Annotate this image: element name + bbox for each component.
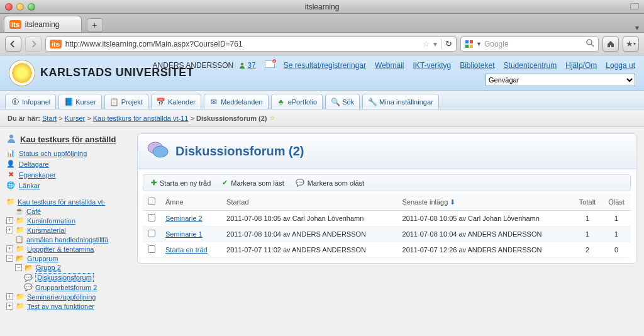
tree-expand-button[interactable]: + bbox=[6, 293, 13, 300]
bookmarks-button[interactable]: ★▾ bbox=[623, 36, 639, 52]
thread-link[interactable]: Starta en tråd bbox=[165, 246, 208, 254]
tree-grupprum[interactable]: Grupprum bbox=[27, 255, 58, 262]
tree-expand-button[interactable]: + bbox=[6, 227, 13, 233]
tree-root[interactable]: Kau testkurs för anställda vt- bbox=[18, 198, 105, 206]
total-cell: 1 bbox=[573, 227, 602, 242]
ikt-link[interactable]: IKT-verktyg bbox=[413, 61, 451, 70]
tab-projekt[interactable]: 📋Projekt bbox=[104, 94, 148, 109]
messages-link[interactable]: 2 bbox=[265, 60, 275, 70]
tree-grupp2[interactable]: Grupp 2 bbox=[36, 264, 61, 272]
online-users-link[interactable]: 37 bbox=[238, 61, 255, 70]
tree-uppgifter[interactable]: Uppgifter & tentamina bbox=[27, 245, 94, 253]
col-started[interactable]: Startad bbox=[221, 194, 397, 211]
tree-anmalan[interactable]: anmälan handledningstillfä bbox=[26, 236, 108, 244]
bc-kurser[interactable]: Kurser bbox=[65, 115, 85, 122]
forum-icon bbox=[147, 140, 169, 162]
tree-seminarier[interactable]: Seminarier/uppföljning bbox=[27, 293, 96, 301]
tab-kurser[interactable]: 📘Kurser bbox=[58, 94, 101, 109]
discussion-icon: 💬 bbox=[24, 283, 33, 291]
tabbar-overflow-icon[interactable]: ▾ bbox=[635, 23, 639, 32]
dropdown-arrow-icon[interactable]: ▾ bbox=[433, 40, 437, 48]
search-engine-dropdown-icon[interactable]: ▼ bbox=[476, 41, 482, 47]
window-titlebar: itslearning bbox=[0, 0, 644, 14]
row-checkbox[interactable] bbox=[148, 214, 155, 221]
webmail-link[interactable]: Webmail bbox=[375, 61, 404, 70]
sidebar-status-link[interactable]: Status och uppföljning bbox=[19, 150, 87, 157]
favorite-star-icon[interactable]: ☆ bbox=[269, 114, 275, 122]
bookmark-star-icon[interactable]: ☆ bbox=[423, 40, 430, 48]
discussion-icon: 💬 bbox=[24, 274, 33, 282]
tree-expand-button[interactable]: + bbox=[6, 217, 13, 224]
tree-grupparbetsforum[interactable]: Grupparbetsforum 2 bbox=[35, 284, 97, 291]
tree-collapse-button[interactable]: − bbox=[15, 264, 22, 271]
bc-current: Diskussionsforum (2) bbox=[196, 115, 267, 122]
home-button[interactable] bbox=[602, 36, 619, 52]
status-icon: 📊 bbox=[6, 149, 15, 157]
tab-infopanel[interactable]: 🛈Infopanel bbox=[5, 94, 56, 109]
row-checkbox[interactable] bbox=[148, 245, 155, 253]
tree-collapse-button[interactable]: − bbox=[6, 255, 13, 262]
window-toolbar-button[interactable] bbox=[630, 3, 639, 9]
table-row: Starta en tråd 2011-07-07 11:02 av ANDER… bbox=[143, 242, 631, 258]
tab-kalender[interactable]: 📅Kalender bbox=[151, 94, 201, 109]
browser-tab[interactable]: its itslearning bbox=[4, 16, 82, 32]
url-field[interactable]: its http://www.itslearning.com/Main.aspx… bbox=[45, 36, 457, 52]
row-checkbox[interactable] bbox=[148, 230, 155, 237]
sidebar-participants-link[interactable]: Deltagare bbox=[19, 160, 49, 168]
home-icon bbox=[606, 40, 615, 48]
browser-search-field[interactable]: ▼ Google bbox=[460, 36, 599, 52]
tree-diskussionsforum[interactable]: Diskussionsforum bbox=[35, 273, 94, 282]
shortcut-row: Genvägar bbox=[486, 74, 635, 86]
library-link[interactable]: Biblioteket bbox=[460, 61, 494, 70]
shortcut-select[interactable]: Genvägar bbox=[486, 74, 635, 86]
university-logo-icon bbox=[9, 60, 35, 86]
select-all-checkbox[interactable] bbox=[148, 198, 155, 205]
mark-unread-button[interactable]: 💬 Markera som oläst bbox=[296, 179, 364, 187]
new-thread-button[interactable]: ✚ Starta en ny tråd bbox=[151, 179, 211, 187]
forward-arrow-icon bbox=[30, 40, 37, 48]
results-link[interactable]: Se resultat/registreringar bbox=[284, 61, 366, 70]
studentcenter-link[interactable]: Studentcentrum bbox=[504, 61, 557, 70]
course-title[interactable]: Kau testkurs för anställd bbox=[6, 133, 123, 145]
reload-icon[interactable]: ↻ bbox=[445, 39, 452, 48]
back-button[interactable] bbox=[5, 36, 21, 52]
mark-read-button[interactable]: ✔ Markera som läst bbox=[222, 179, 284, 187]
new-tab-button[interactable]: + bbox=[87, 18, 103, 32]
tree-cafe[interactable]: Café bbox=[26, 208, 41, 215]
tab-eportfolio[interactable]: ♣ePortfolio bbox=[271, 94, 323, 109]
messages-icon: ✉ bbox=[209, 98, 218, 106]
thread-link[interactable]: Seminarie 1 bbox=[165, 230, 203, 238]
main-columns: Kau testkurs för anställd 📊Status och up… bbox=[0, 127, 644, 336]
tree-expand-button[interactable]: + bbox=[6, 303, 13, 310]
logout-link[interactable]: Logga ut bbox=[606, 61, 635, 70]
tree-expand-button[interactable]: + bbox=[6, 245, 13, 252]
help-link[interactable]: Hjälp/Om bbox=[565, 61, 597, 70]
tab-sok[interactable]: 🔍Sök bbox=[325, 94, 360, 109]
calendar-icon: 📅 bbox=[157, 98, 165, 106]
properties-icon: ✖ bbox=[6, 171, 15, 179]
total-cell: 1 bbox=[573, 211, 602, 227]
col-subject[interactable]: Ämne bbox=[160, 194, 221, 211]
col-unread[interactable]: Oläst bbox=[602, 194, 631, 211]
tree-testnya[interactable]: Test av nya funktioner bbox=[27, 303, 94, 310]
folder-icon: 📁 bbox=[16, 302, 25, 310]
tab-installningar[interactable]: 🔧Mina inställningar bbox=[362, 94, 439, 109]
sidebar-links-link[interactable]: Länkar bbox=[19, 182, 40, 189]
table-row: Seminarie 1 2011-07-08 10:04 av ANDERS A… bbox=[143, 227, 631, 242]
table-row: Seminarie 2 2011-07-08 10:05 av Carl Joh… bbox=[143, 211, 631, 227]
bc-course[interactable]: Kau testkurs för anställda vt-11 bbox=[93, 115, 189, 122]
forward-button[interactable] bbox=[25, 36, 42, 52]
svg-rect-2 bbox=[465, 45, 469, 48]
tree-kursinfo[interactable]: Kursinformation bbox=[27, 217, 75, 225]
col-latest[interactable]: Senaste inlägg ⬇ bbox=[397, 194, 573, 211]
main-nav: 🛈Infopanel 📘Kurser 📋Projekt 📅Kalender ✉M… bbox=[0, 91, 644, 109]
sidebar: Kau testkurs för anställd 📊Status och up… bbox=[0, 127, 130, 336]
sidebar-properties-link[interactable]: Egenskaper bbox=[19, 171, 56, 179]
courses-icon: 📘 bbox=[64, 98, 73, 106]
tab-meddelanden[interactable]: ✉Meddelanden bbox=[204, 94, 269, 109]
bc-start[interactable]: Start bbox=[42, 115, 57, 122]
search-icon[interactable] bbox=[586, 39, 594, 49]
thread-link[interactable]: Seminarie 2 bbox=[165, 215, 203, 222]
col-total[interactable]: Totalt bbox=[573, 194, 602, 211]
tree-kursmaterial[interactable]: Kursmaterial bbox=[27, 227, 66, 234]
